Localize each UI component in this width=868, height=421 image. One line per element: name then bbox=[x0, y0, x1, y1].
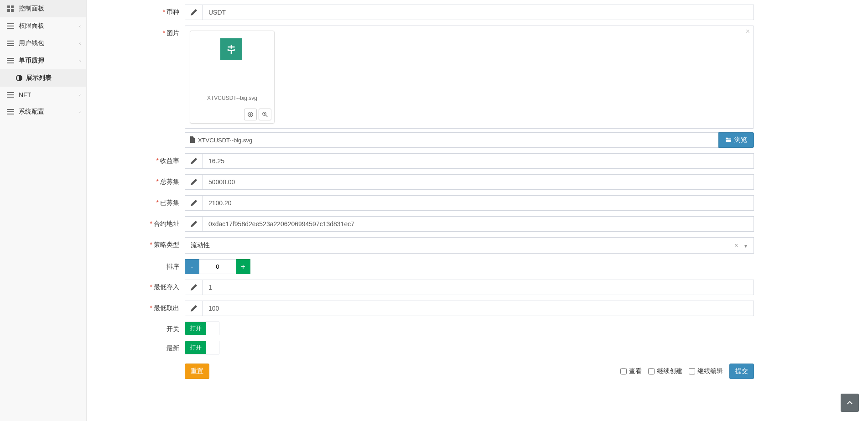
chevron-down-icon: ‹ bbox=[78, 60, 83, 61]
label-total-raise: 总募集 bbox=[96, 174, 185, 186]
image-preview-card: XTVCUSDT--big.svg bbox=[190, 31, 275, 124]
raised-input[interactable] bbox=[203, 195, 754, 211]
adjust-icon bbox=[16, 75, 22, 81]
list-icon bbox=[7, 40, 14, 47]
svg-rect-9 bbox=[7, 45, 14, 46]
file-name-text: XTVCUSDT--big.svg bbox=[198, 137, 252, 144]
sidebar-item-staking[interactable]: 单币质押 ‹ bbox=[0, 52, 86, 69]
currency-input[interactable] bbox=[203, 5, 754, 20]
svg-rect-1 bbox=[11, 5, 14, 8]
increment-button[interactable]: + bbox=[236, 259, 250, 274]
min-deposit-input[interactable] bbox=[203, 280, 754, 295]
switch-toggle[interactable]: 打开 bbox=[185, 322, 219, 335]
label-latest: 最新 bbox=[96, 341, 185, 353]
continue-create-checkbox-input[interactable] bbox=[648, 368, 655, 374]
sidebar-item-nft[interactable]: NFT ‹ bbox=[0, 87, 86, 103]
sidebar-item-dashboard[interactable]: 控制面板 bbox=[0, 0, 86, 17]
label-contract: 合约地址 bbox=[96, 216, 185, 228]
pencil-icon bbox=[185, 5, 203, 20]
pencil-icon bbox=[185, 195, 203, 211]
pencil-icon bbox=[185, 301, 203, 316]
list-icon bbox=[7, 108, 14, 115]
continue-edit-checkbox-input[interactable] bbox=[689, 368, 695, 374]
nav-label: 用户钱包 bbox=[19, 39, 44, 47]
chevron-left-icon: ‹ bbox=[79, 41, 81, 46]
close-icon[interactable]: × bbox=[746, 28, 750, 35]
label-raised: 已募集 bbox=[96, 195, 185, 207]
sidebar-item-system-config[interactable]: 系统配置 ‹ bbox=[0, 103, 86, 120]
switch-on-label: 打开 bbox=[185, 341, 206, 354]
checkbox-label-text: 查看 bbox=[629, 367, 642, 375]
list-icon bbox=[7, 91, 14, 99]
svg-rect-15 bbox=[7, 94, 14, 95]
submit-button[interactable]: 提交 bbox=[729, 364, 754, 379]
checkbox-label-text: 继续创建 bbox=[657, 367, 682, 375]
svg-rect-19 bbox=[7, 114, 14, 114]
pencil-icon bbox=[185, 174, 203, 190]
svg-rect-18 bbox=[7, 111, 14, 112]
svg-rect-11 bbox=[7, 60, 14, 61]
sidebar-item-permissions[interactable]: 权限面板 ‹ bbox=[0, 17, 86, 35]
svg-rect-17 bbox=[7, 109, 14, 110]
label-sort: 排序 bbox=[96, 259, 185, 271]
file-icon bbox=[190, 136, 195, 144]
currency-logo-thumbnail bbox=[220, 38, 242, 60]
continue-create-checkbox[interactable]: 继续创建 bbox=[648, 367, 682, 375]
svg-rect-14 bbox=[7, 92, 14, 93]
nav-label: 系统配置 bbox=[19, 108, 44, 116]
latest-toggle[interactable]: 打开 bbox=[185, 341, 219, 354]
strategy-select[interactable]: 流动性 × ▼ bbox=[185, 237, 754, 254]
pencil-icon bbox=[185, 280, 203, 295]
folder-open-icon bbox=[725, 136, 732, 144]
view-checkbox-input[interactable] bbox=[620, 368, 627, 374]
sidebar-subitem-display-list[interactable]: 展示列表 bbox=[0, 69, 86, 87]
min-withdraw-input[interactable] bbox=[203, 301, 754, 316]
clear-icon[interactable]: × bbox=[734, 242, 738, 249]
image-upload-box: × XTVCUSDT--big.svg bbox=[185, 26, 754, 129]
chevron-left-icon: ‹ bbox=[79, 24, 81, 29]
label-min-withdraw: 最低取出 bbox=[96, 301, 185, 312]
chevron-left-icon: ‹ bbox=[79, 109, 81, 114]
yield-input[interactable] bbox=[203, 153, 754, 169]
browse-button[interactable]: 浏览 bbox=[718, 132, 754, 148]
total-raise-input[interactable] bbox=[203, 174, 754, 190]
svg-rect-3 bbox=[11, 9, 14, 12]
image-filename: XTVCUSDT--big.svg bbox=[193, 92, 271, 106]
label-strategy: 策略类型 bbox=[96, 237, 185, 249]
scroll-to-top-button[interactable] bbox=[841, 394, 859, 412]
zoom-button[interactable] bbox=[259, 109, 271, 120]
chevron-left-icon: ‹ bbox=[79, 93, 81, 98]
label-min-deposit: 最低存入 bbox=[96, 280, 185, 291]
label-image: 图片 bbox=[96, 26, 185, 37]
checkbox-label-text: 继续编辑 bbox=[697, 367, 723, 375]
svg-rect-7 bbox=[7, 41, 14, 42]
svg-rect-16 bbox=[7, 97, 14, 98]
svg-rect-5 bbox=[7, 26, 14, 26]
continue-edit-checkbox[interactable]: 继续编辑 bbox=[689, 367, 723, 375]
nav-label: 控制面板 bbox=[19, 5, 44, 13]
svg-rect-0 bbox=[7, 5, 10, 8]
switch-on-label: 打开 bbox=[185, 322, 206, 335]
browse-label: 浏览 bbox=[734, 136, 747, 144]
chevron-down-icon: ▼ bbox=[743, 244, 748, 249]
switch-off-side bbox=[206, 341, 219, 354]
view-checkbox[interactable]: 查看 bbox=[620, 367, 642, 375]
dashboard-icon bbox=[7, 5, 14, 12]
nav-sub-label: 展示列表 bbox=[26, 74, 52, 82]
svg-rect-4 bbox=[7, 23, 14, 24]
download-button[interactable] bbox=[244, 109, 257, 120]
label-switch: 开关 bbox=[96, 322, 185, 333]
svg-rect-8 bbox=[7, 43, 14, 44]
switch-off-side bbox=[206, 322, 219, 335]
label-currency: 币种 bbox=[96, 5, 185, 16]
reset-button[interactable]: 重置 bbox=[185, 364, 209, 379]
contract-input[interactable] bbox=[203, 216, 754, 232]
nav-label: 单币质押 bbox=[19, 57, 44, 65]
decrement-button[interactable]: - bbox=[185, 259, 199, 274]
sort-input[interactable] bbox=[199, 259, 236, 274]
svg-rect-10 bbox=[7, 58, 14, 59]
pencil-icon bbox=[185, 153, 203, 169]
pencil-icon bbox=[185, 216, 203, 232]
sidebar-item-wallet[interactable]: 用户钱包 ‹ bbox=[0, 35, 86, 52]
svg-rect-2 bbox=[7, 9, 10, 12]
